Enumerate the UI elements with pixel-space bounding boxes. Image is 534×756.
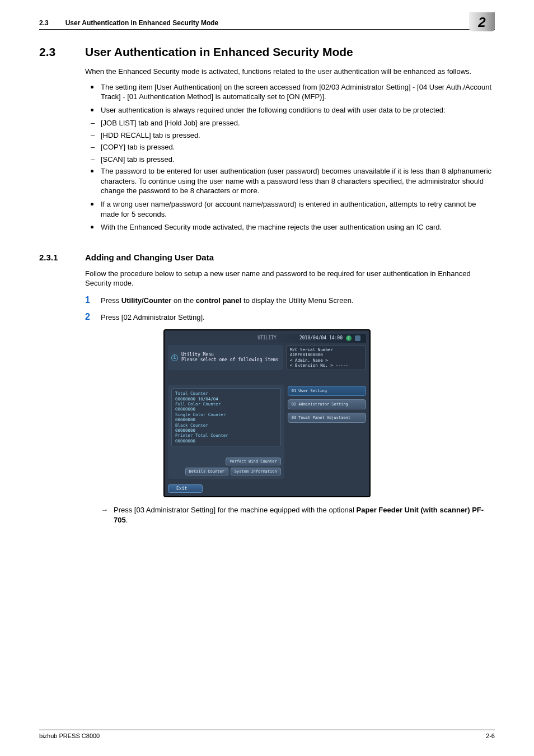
arrow-icon: → bbox=[101, 505, 108, 525]
bullet-item: With the Enhanced Security mode activate… bbox=[85, 222, 495, 232]
dash-item: [COPY] tab is pressed. bbox=[85, 142, 495, 152]
running-header: 2.3 User Authentication in Enhanced Secu… bbox=[39, 17, 495, 30]
section-num: 2.3 bbox=[39, 45, 85, 59]
ss-machine-info: M/C Serial Number A1RF001000000 < Admin.… bbox=[287, 345, 366, 371]
dash-item: [HDD RECALL] tab is pressed. bbox=[85, 130, 495, 141]
step-text: Press Utility/Counter on the control pan… bbox=[101, 296, 354, 306]
details-counter-button[interactable]: Details Counter bbox=[185, 468, 228, 475]
header-section-num: 2.3 bbox=[39, 19, 49, 27]
arrow-note: → Press [03 Administrator Setting] for t… bbox=[101, 505, 495, 525]
perfect-bind-counter-button[interactable]: Perfect Bind Counter bbox=[226, 458, 280, 465]
step-number: 2 bbox=[85, 312, 101, 322]
step-number: 1 bbox=[85, 295, 101, 305]
info-icon: i bbox=[171, 354, 178, 361]
chapter-number: 2 bbox=[478, 15, 485, 30]
user-setting-button[interactable]: 01 User Setting bbox=[288, 386, 366, 396]
bullet-item: The setting item [User Authentication] o… bbox=[85, 82, 495, 102]
ss-topbar: UTILITY 2010/04/04 14:00 C bbox=[168, 334, 366, 343]
section-title: User Authentication in Enhanced Security… bbox=[85, 45, 353, 59]
utility-menu-text: Utility Menu Please select one of follow… bbox=[181, 353, 278, 363]
ss-left-panel: Total Counter 00000000 10/04/04 Full Col… bbox=[168, 385, 284, 479]
ss-right-menu: 01 User Setting 02 Administrator Setting… bbox=[288, 385, 366, 479]
dash-item: [JOB LIST] tab and [Hold Job] are presse… bbox=[85, 118, 495, 128]
step-1: 1 Press Utility/Counter on the control p… bbox=[85, 295, 495, 306]
exit-button[interactable]: Exit bbox=[168, 484, 203, 493]
system-information-button[interactable]: System Information bbox=[231, 468, 281, 475]
ss-utility-menu-header: i Utility Menu Please select one of foll… bbox=[168, 345, 283, 371]
subsection-intro: Follow the procedure below to setup a ne… bbox=[85, 269, 495, 288]
printer-icon bbox=[355, 335, 360, 341]
dash-item: [SCAN] tab is pressed. bbox=[85, 155, 495, 165]
chapter-badge: 2 bbox=[469, 12, 495, 31]
step-text: Press [02 Administrator Setting]. bbox=[101, 312, 205, 323]
page-footer: bizhub PRESS C8000 2-6 bbox=[39, 730, 495, 739]
counter-panel: Total Counter 00000000 10/04/04 Full Col… bbox=[171, 388, 281, 446]
ss-datetime: 2010/04/04 14:00 bbox=[299, 335, 343, 340]
bullet-item: If a wrong user name/password (or accoun… bbox=[85, 199, 495, 219]
subsection-title: Adding and Changing User Data bbox=[85, 253, 214, 262]
footer-product: bizhub PRESS C8000 bbox=[39, 732, 100, 739]
arrow-text: Press [03 Administrator Setting] for the… bbox=[114, 505, 495, 525]
section-intro: When the Enhanced Security mode is activ… bbox=[85, 67, 495, 77]
bullet-item: The password to be entered for user auth… bbox=[85, 166, 495, 196]
device-screenshot: UTILITY 2010/04/04 14:00 C i Utility Men… bbox=[163, 329, 371, 497]
subsection-heading: 2.3.1 Adding and Changing User Data bbox=[39, 253, 495, 262]
step-2: 2 Press [02 Administrator Setting]. bbox=[85, 312, 495, 323]
header-section-title: User Authentication in Enhanced Security… bbox=[65, 19, 495, 27]
ss-topbar-title: UTILITY bbox=[257, 335, 277, 340]
touch-panel-adjustment-button[interactable]: 03 Touch Panel Adjustment bbox=[288, 413, 366, 423]
status-icon: C bbox=[346, 335, 352, 341]
section-heading: 2.3 User Authentication in Enhanced Secu… bbox=[39, 45, 495, 59]
footer-page: 2-6 bbox=[486, 732, 495, 739]
bullet-item: User authentication is always required u… bbox=[85, 105, 495, 115]
administrator-setting-button[interactable]: 02 Administrator Setting bbox=[288, 399, 366, 409]
subsection-num: 2.3.1 bbox=[39, 253, 85, 262]
